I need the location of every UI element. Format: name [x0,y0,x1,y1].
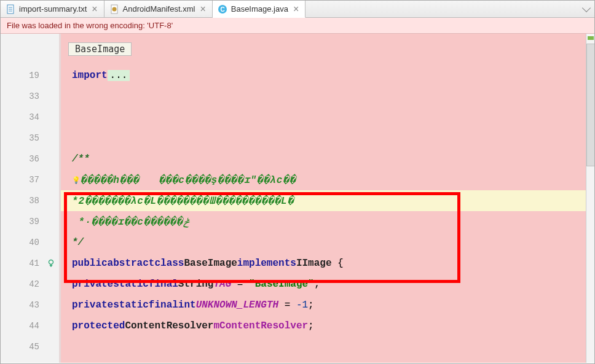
tab-import-summary[interactable]: import-summary.txt × [1,1,104,17]
code-line[interactable]: protected ContentResolver mContentResolv… [61,316,586,336]
gutter-row[interactable]: 19+ [1,65,59,86]
tab-base-image[interactable]: C BaseImage.java × [213,1,306,18]
tab-label: import-summary.txt [19,4,87,14]
editor-area: 19+ 33 34 35 36 37 38 39 40 41 42 43 44 … [1,34,594,363]
code-line[interactable]: */ [61,232,586,253]
warning-text: File was loaded in the wrong encoding: '… [7,21,173,30]
code-line[interactable]: public abstract class BaseImage implemen… [61,253,586,274]
gutter-row[interactable]: 43 [1,295,59,316]
tab-label: BaseImage.java [231,4,288,14]
code-editor[interactable]: BaseImage import ... /** 💡�����h��� ���c… [61,34,586,363]
code-line[interactable] [61,128,586,149]
gutter-row[interactable]: 34 [1,107,59,128]
text-file-icon [6,4,15,14]
gutter-row[interactable]: 36 [1,149,59,169]
editor-tabbar: import-summary.txt × AndroidManifest.xml… [1,1,594,18]
gutter-row[interactable]: 45 [1,336,59,357]
java-file-icon: C [218,4,227,14]
gutter[interactable]: 19+ 33 34 35 36 37 38 39 40 41 42 43 44 … [1,34,61,363]
code-line[interactable]: private static final String TAG = "BaseI… [61,274,586,295]
tab-label: AndroidManifest.xml [123,4,195,14]
code-line[interactable]: *·����ɪ��c������ݲ [61,211,586,232]
override-marker-icon[interactable] [47,259,55,268]
code-line[interactable]: *2�������λc�L��������Ɯ����������L� [61,190,586,211]
gutter-row[interactable]: 41 [1,253,59,274]
code-line[interactable] [61,86,586,107]
bulb-icon[interactable]: 💡 [72,176,81,184]
code-line[interactable]: 💡�����h��� ���c����ş����ɪ"��λc�� [61,169,586,190]
close-icon[interactable]: × [90,4,98,14]
breadcrumb[interactable]: BaseImage [68,42,132,56]
error-stripe-scrollbar[interactable] [586,34,594,363]
gutter-row[interactable]: 40 [1,232,59,253]
code-line[interactable]: /** [61,149,586,169]
close-icon[interactable]: × [292,4,300,14]
close-icon[interactable]: × [199,4,207,14]
svg-point-8 [49,260,53,265]
svg-point-5 [112,7,116,11]
analysis-ok-indicator[interactable] [588,36,594,40]
gutter-row[interactable]: 44 [1,316,59,336]
code-line[interactable]: import ... [61,65,586,86]
tab-android-manifest[interactable]: AndroidManifest.xml × [104,1,213,17]
gutter-row[interactable]: 38 [1,190,59,211]
gutter-row[interactable]: 35 [1,128,59,149]
code-line[interactable] [61,107,586,128]
code-line[interactable]: private static final int UNKNOWN_LENGTH … [61,295,586,316]
gutter-row[interactable]: 42 [1,274,59,295]
scrollbar-thumb[interactable] [586,44,595,166]
xml-file-icon [109,4,119,14]
gutter-row[interactable]: 39 [1,211,59,232]
svg-text:C: C [220,6,224,13]
gutter-row[interactable]: 37 [1,169,59,190]
encoding-warning-banner[interactable]: File was loaded in the wrong encoding: '… [1,18,594,34]
gutter-row[interactable]: 33 [1,86,59,107]
